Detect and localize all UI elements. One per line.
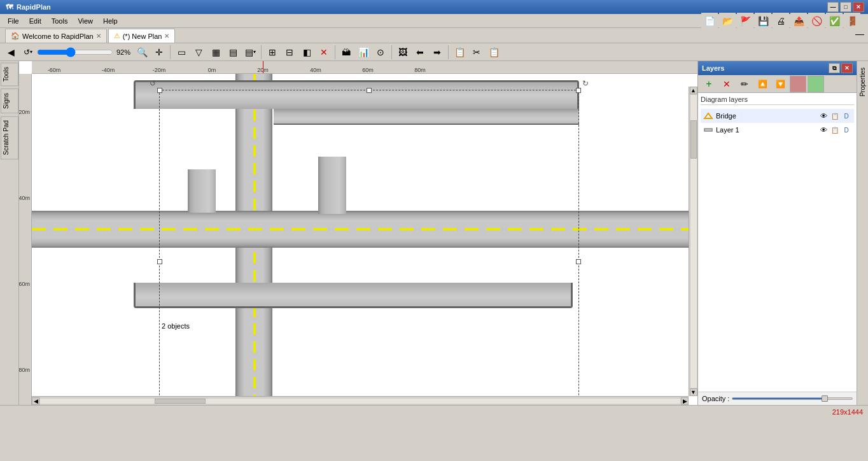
scroll-thumb-v[interactable] — [690, 120, 697, 159]
menu-file[interactable]: File — [3, 16, 24, 26]
export-button[interactable]: 📤 — [790, 13, 807, 29]
layers-content: Diagram layers Bridge 👁 📋 D — [698, 93, 857, 392]
scroll-left-btn[interactable]: ◀ — [32, 397, 39, 405]
grid-button[interactable]: ⊞ — [264, 44, 281, 60]
layer-color1-btn[interactable] — [790, 76, 806, 92]
opacity-slider[interactable] — [732, 397, 853, 400]
validate-button[interactable]: ✅ — [826, 13, 843, 29]
table2-button[interactable]: ▤ — [225, 44, 241, 60]
layers-undock-btn[interactable]: ⧉ — [829, 63, 840, 73]
zoom-search-button[interactable]: 🔍 — [134, 44, 150, 60]
new-button[interactable]: 📄 — [701, 13, 718, 29]
scroll-down-btn[interactable]: ▼ — [690, 388, 697, 396]
layer-row-layer1[interactable]: Layer 1 👁 📋 D — [701, 123, 854, 137]
scroll-up-btn[interactable]: ▲ — [690, 87, 697, 94]
sel-handle-mr[interactable] — [576, 259, 581, 264]
back-button[interactable]: ◀ — [3, 44, 19, 60]
minimize-panel-button[interactable]: — — [851, 25, 868, 42]
layer-color2-btn[interactable] — [808, 76, 824, 92]
print-button[interactable]: 🖨 — [773, 13, 789, 29]
paste-button[interactable]: ◧ — [298, 44, 315, 60]
signs-tab[interactable]: Signs — [1, 89, 18, 113]
chart-button[interactable]: 📊 — [355, 44, 372, 60]
page-button[interactable]: 📋 — [451, 44, 468, 60]
delete-button[interactable]: ✕ — [316, 44, 332, 60]
minimize-button[interactable]: — — [827, 2, 839, 12]
vscrollbar[interactable]: ▲ ▼ — [689, 87, 697, 396]
stub-road-right-up — [318, 157, 346, 214]
objects-label: 2 objects — [160, 322, 191, 330]
tab-newplan-close[interactable]: ✕ — [164, 32, 169, 39]
layers-toolbar: + ✕ ✏ 🔼 🔽 — [698, 75, 857, 93]
rename-layer-btn[interactable]: ✏ — [736, 76, 753, 92]
tab-newplan[interactable]: ⚠ (*) New Plan ✕ — [108, 29, 176, 43]
sel-rotate-tr[interactable]: ↻ — [581, 79, 590, 88]
layer1-edit-btn[interactable]: D — [841, 125, 851, 135]
maximize-button[interactable]: □ — [840, 2, 851, 12]
menu-help[interactable]: Help — [98, 16, 123, 26]
zoom-control[interactable] — [37, 48, 113, 57]
bridge-road-top — [134, 80, 579, 109]
tools-tab[interactable]: Tools — [1, 62, 18, 86]
close-button[interactable]: ✕ — [853, 2, 864, 12]
layer1-controls: 👁 📋 D — [818, 125, 851, 135]
scroll-right-btn[interactable]: ▶ — [681, 397, 689, 405]
app-title: RapidPlan — [17, 3, 827, 11]
bridge-road-lower — [274, 109, 579, 125]
layer-up-btn[interactable]: 🔼 — [754, 76, 771, 92]
layers-close-btn[interactable]: ✕ — [841, 63, 853, 73]
triangle-button[interactable]: ▽ — [190, 44, 207, 60]
properties-tab[interactable]: Properties — [858, 64, 867, 101]
scroll-track-h — [39, 398, 681, 404]
stop-button[interactable]: 🚫 — [808, 13, 825, 29]
cut-button[interactable]: ✂ — [468, 44, 485, 60]
ruler-tick-h0: -60m — [48, 67, 61, 73]
left-panel: Tools Signs Scratch Pad — [0, 61, 19, 405]
tab-welcome-close[interactable]: ✕ — [96, 32, 101, 39]
zoom-level: 92% — [116, 48, 130, 56]
ruler-tick-v2: 160m — [19, 281, 30, 287]
bridge-edit-btn[interactable]: D — [841, 111, 851, 121]
flag-button[interactable]: 🚩 — [737, 13, 753, 29]
open-button[interactable]: 📂 — [719, 13, 736, 29]
layer1-lock-btn[interactable]: 📋 — [830, 125, 840, 135]
copy-button[interactable]: ⊟ — [281, 44, 298, 60]
ruler-top: -60m -40m -20m 0m 20m 40m 60m 80m — [32, 61, 697, 74]
delete-layer-btn[interactable]: ✕ — [718, 76, 735, 92]
table-button[interactable]: ▦ — [207, 44, 224, 60]
layer-dn-btn[interactable]: 🔽 — [772, 76, 788, 92]
rect-button[interactable]: ▭ — [173, 44, 190, 60]
tab-welcome-icon: 🏠 — [11, 32, 20, 40]
ruler-tick-h1: -40m — [102, 67, 115, 73]
canvas[interactable]: ↺ ↻ ↺ ↻ 2 objects ▲ ▼ — [32, 74, 697, 405]
sel-handle-ml[interactable] — [157, 259, 162, 264]
bridge-visibility-btn[interactable]: 👁 — [818, 111, 829, 121]
scratch-pad-tab[interactable]: Scratch Pad — [1, 116, 18, 159]
ruler-tick-h6: 60m — [362, 67, 374, 73]
zoom-slider[interactable] — [37, 48, 113, 57]
add-layer-btn[interactable]: + — [701, 76, 717, 92]
menu-view[interactable]: View — [73, 16, 98, 26]
layer1-visibility-btn[interactable]: 👁 — [818, 125, 829, 135]
layer-row-bridge[interactable]: Bridge 👁 📋 D — [701, 109, 854, 123]
window-controls[interactable]: — □ ✕ — [827, 2, 864, 12]
table3-button[interactable]: ▤▾ — [242, 44, 258, 60]
menu-edit[interactable]: Edit — [24, 16, 46, 26]
tab-welcome[interactable]: 🏠 Welcome to RapidPlan ✕ — [5, 29, 107, 43]
layers-section-title: Diagram layers — [701, 96, 854, 105]
layers-panel: Layers ⧉ ✕ + ✕ ✏ 🔼 🔽 Diagram layers — [697, 61, 857, 405]
gauge-button[interactable]: ⊙ — [372, 44, 389, 60]
import-button[interactable]: 🖼 — [395, 44, 411, 60]
opacity-label: Opacity : — [702, 395, 729, 402]
mountain-button[interactable]: 🏔 — [338, 44, 354, 60]
history-button[interactable]: ↺ ▾ — [20, 44, 36, 60]
arrow-right-button[interactable]: ➡ — [429, 44, 445, 60]
crosshair-button[interactable]: ✛ — [151, 44, 167, 60]
hscrollbar[interactable]: ◀ ▶ — [32, 396, 689, 405]
menu-tools[interactable]: Tools — [46, 16, 73, 26]
bridge-lock-btn[interactable]: 📋 — [830, 111, 840, 121]
clipboard-button[interactable]: 📋 — [486, 44, 502, 60]
scroll-thumb-h[interactable] — [155, 399, 206, 404]
save-button[interactable]: 💾 — [755, 13, 771, 29]
arrow-left-button[interactable]: ⬅ — [412, 44, 428, 60]
